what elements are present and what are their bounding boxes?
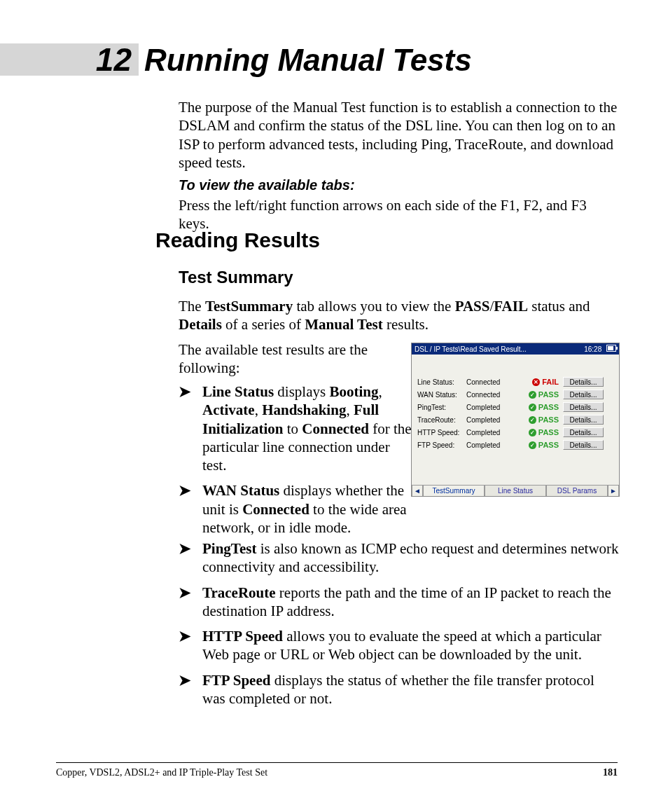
result-row: PingTest:Completed✓PASSDetails...	[417, 401, 613, 413]
result-label: Line Status:	[417, 378, 466, 386]
details-button[interactable]: Details...	[563, 402, 604, 412]
bullet-item: ➤PingTest is also known as ICMP echo req…	[179, 539, 620, 577]
details-button[interactable]: Details...	[563, 390, 604, 399]
bold-term: FTP Speed	[202, 672, 270, 689]
heading-reading-results: Reading Results	[155, 228, 320, 252]
details-button[interactable]: Details...	[563, 415, 604, 425]
text-fragment: status and	[528, 298, 590, 315]
text-fragment: ,	[255, 401, 263, 418]
bullet-arrow-icon: ➤	[179, 481, 202, 537]
bold-term: Connected	[302, 420, 369, 437]
screenshot-titlebar: DSL / IP Tests\Read Saved Result... 16:2…	[412, 343, 619, 355]
text-fragment: tab allows you to view the	[293, 298, 455, 315]
result-label: TraceRoute:	[417, 416, 466, 424]
text-fragment: is also known as ICMP echo request and d…	[202, 540, 619, 575]
screenshot-title: DSL / IP Tests\Read Saved Result...	[415, 345, 527, 353]
result-value: Completed	[466, 441, 513, 449]
bullet-text: Line Status displays Booting, Activate, …	[202, 383, 412, 474]
tab-line-status[interactable]: Line Status	[485, 485, 546, 496]
bold-testsummary: TestSummary	[205, 298, 293, 315]
check-icon: ✓	[529, 441, 536, 449]
status-pass: ✓PASS	[513, 428, 563, 436]
bold-pass: PASS	[455, 298, 490, 315]
result-row: HTTP Speed:Completed✓PASSDetails...	[417, 426, 613, 439]
tab-dsl-params[interactable]: DSL Params	[546, 485, 608, 496]
bold-details: Details	[179, 316, 222, 333]
view-tabs-text: Press the left/right function arrows on …	[179, 196, 620, 233]
tab-arrow-left[interactable]: ◄	[412, 485, 423, 496]
test-summary-paragraph: The TestSummary tab allows you to view t…	[179, 297, 620, 334]
text-fragment: ,	[346, 401, 354, 418]
result-value: Completed	[466, 404, 513, 411]
result-label: WAN Status:	[417, 391, 466, 399]
page-footer: Copper, VDSL2, ADSL2+ and IP Triple-Play…	[56, 762, 618, 778]
screenshot-body: Line Status:Connected✕FAILDetails...WAN …	[412, 355, 619, 454]
status-pass: ✓PASS	[513, 403, 563, 411]
bold-term: PingTest	[202, 540, 256, 557]
available-results-paragraph: The available test results are the follo…	[179, 340, 403, 378]
status-pass: ✓PASS	[513, 415, 563, 424]
bullet-item: ➤HTTP Speed allows you to evaluate the s…	[179, 627, 620, 664]
result-row: Line Status:Connected✕FAILDetails...	[417, 376, 613, 388]
result-label: PingTest:	[417, 404, 466, 411]
tab-testsummary[interactable]: TestSummary	[423, 485, 485, 496]
status-pass: ✓PASS	[513, 441, 563, 449]
bold-term: Booting	[329, 383, 378, 400]
status-text: PASS	[538, 415, 559, 424]
result-value: Completed	[466, 429, 513, 436]
result-row: TraceRoute:Completed✓PASSDetails...	[417, 413, 613, 426]
check-icon: ✓	[529, 416, 536, 424]
text-fragment: displays	[274, 383, 329, 400]
screenshot-status-right: 16:28	[584, 345, 616, 353]
bullet-arrow-icon: ➤	[179, 584, 202, 621]
bold-term: Connected	[242, 501, 309, 518]
status-text: PASS	[538, 403, 559, 411]
x-icon: ✕	[532, 378, 540, 386]
battery-icon	[606, 345, 616, 352]
bold-term: Handshaking	[262, 401, 346, 418]
bold-term: Activate	[202, 401, 255, 418]
bold-term: Line Status	[202, 383, 274, 400]
bullet-text: FTP Speed displays the status of whether…	[202, 671, 620, 708]
intro-paragraph: The purpose of the Manual Test function …	[179, 98, 620, 172]
screenshot-tabs: ◄ TestSummary Line Status DSL Params ►	[412, 485, 619, 496]
status-fail: ✕FAIL	[513, 378, 563, 386]
bullet-arrow-icon: ➤	[179, 383, 202, 474]
bold-manual-test: Manual Test	[305, 316, 382, 333]
bullet-arrow-icon: ➤	[179, 539, 202, 577]
text-fragment: The	[179, 298, 205, 315]
tab-arrow-right[interactable]: ►	[608, 485, 619, 496]
status-pass: ✓PASS	[513, 390, 563, 399]
page: 12 Running Manual Tests The purpose of t…	[0, 0, 668, 812]
status-text: FAIL	[542, 378, 559, 386]
screenshot-time: 16:28	[584, 345, 601, 353]
details-button[interactable]: Details...	[563, 427, 604, 437]
result-row: FTP Speed:Completed✓PASSDetails...	[417, 439, 613, 451]
text-fragment: ,	[378, 383, 382, 400]
bullet-item: ➤FTP Speed displays the status of whethe…	[179, 671, 620, 708]
bullet-text: HTTP Speed allows you to evaluate the sp…	[202, 627, 620, 664]
chapter-header: 12 Running Manual Tests	[0, 43, 472, 76]
view-tabs-heading: To view the available tabs:	[179, 177, 620, 194]
chapter-title: Running Manual Tests	[144, 45, 472, 76]
bullet-arrow-icon: ➤	[179, 671, 202, 708]
bold-term: WAN Status	[202, 482, 279, 499]
bullet-item: ➤TraceRoute reports the path and the tim…	[179, 584, 620, 621]
text-fragment: results.	[383, 316, 429, 333]
result-value: Connected	[466, 391, 513, 399]
bullet-arrow-icon: ➤	[179, 627, 202, 664]
check-icon: ✓	[529, 391, 536, 399]
chapter-number: 12	[96, 41, 132, 78]
status-text: PASS	[538, 390, 559, 399]
result-value: Connected	[466, 378, 513, 386]
details-button[interactable]: Details...	[563, 377, 604, 387]
bullet-text: TraceRoute reports the path and the time…	[202, 584, 620, 621]
bullet-text: WAN Status displays whether the unit is …	[202, 481, 412, 537]
text-fragment: of a series of	[222, 316, 305, 333]
bold-fail: FAIL	[494, 298, 528, 315]
device-screenshot: DSL / IP Tests\Read Saved Result... 16:2…	[411, 343, 620, 497]
details-button[interactable]: Details...	[563, 440, 604, 450]
check-icon: ✓	[529, 404, 536, 411]
footer-text: Copper, VDSL2, ADSL2+ and IP Triple-Play…	[56, 767, 267, 778]
result-label: FTP Speed:	[417, 441, 466, 449]
